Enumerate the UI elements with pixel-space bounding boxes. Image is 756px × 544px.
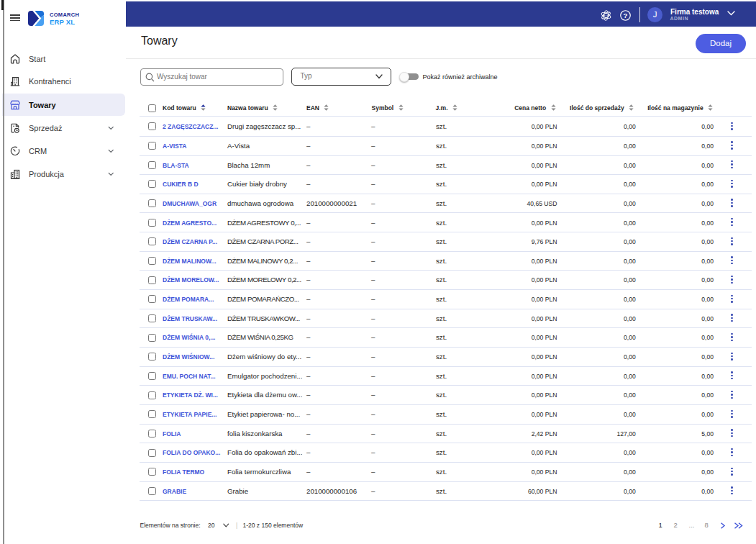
svg-text:?: ? xyxy=(623,11,627,19)
